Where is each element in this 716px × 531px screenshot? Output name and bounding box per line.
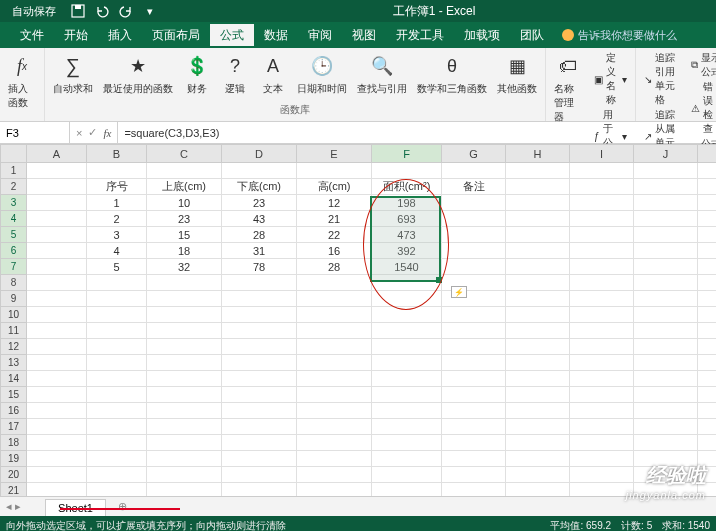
cell-K10[interactable] [698,307,717,323]
cell-A14[interactable] [27,371,87,387]
cell-K9[interactable] [698,291,717,307]
cell-C10[interactable] [147,307,222,323]
row-header-9[interactable]: 9 [1,291,27,307]
cell-G13[interactable] [442,355,506,371]
cell-E12[interactable] [297,339,372,355]
cell-A21[interactable] [27,483,87,497]
cell-B2[interactable]: 序号 [87,179,147,195]
cell-D5[interactable]: 28 [222,227,297,243]
cell-E16[interactable] [297,403,372,419]
trace-precedents-button[interactable]: ↘追踪引用单元格 [644,51,677,107]
col-header-K[interactable]: K [698,145,717,163]
cancel-icon[interactable]: × [76,127,82,139]
cell-F18[interactable] [372,435,442,451]
cell-J7[interactable] [634,259,698,275]
cell-F16[interactable] [372,403,442,419]
select-all[interactable] [1,145,27,163]
math-button[interactable]: θ数学和三角函数 [413,50,491,98]
cell-B5[interactable]: 3 [87,227,147,243]
cell-I14[interactable] [570,371,634,387]
row-header-3[interactable]: 3 [1,195,27,211]
ribbon-tab-4[interactable]: 公式 [210,24,254,46]
cell-G14[interactable] [442,371,506,387]
cell-K4[interactable] [698,211,717,227]
row-header-21[interactable]: 21 [1,483,27,497]
cell-D9[interactable] [222,291,297,307]
customize-qat-icon[interactable]: ▾ [142,3,158,19]
cell-E10[interactable] [297,307,372,323]
cell-G6[interactable] [442,243,506,259]
cell-I6[interactable] [570,243,634,259]
cell-F2[interactable]: 面积(cm²) [372,179,442,195]
cell-J1[interactable] [634,163,698,179]
cell-C21[interactable] [147,483,222,497]
cell-H4[interactable] [506,211,570,227]
cell-B20[interactable] [87,467,147,483]
cell-H5[interactable] [506,227,570,243]
cell-G1[interactable] [442,163,506,179]
cell-B4[interactable]: 2 [87,211,147,227]
cell-D12[interactable] [222,339,297,355]
cell-J19[interactable] [634,451,698,467]
col-header-B[interactable]: B [87,145,147,163]
cell-H17[interactable] [506,419,570,435]
row-header-13[interactable]: 13 [1,355,27,371]
cell-H6[interactable] [506,243,570,259]
cell-C14[interactable] [147,371,222,387]
cell-F19[interactable] [372,451,442,467]
cell-D11[interactable] [222,323,297,339]
cell-J14[interactable] [634,371,698,387]
cell-K6[interactable] [698,243,717,259]
cell-K18[interactable] [698,435,717,451]
cell-I1[interactable] [570,163,634,179]
cell-H8[interactable] [506,275,570,291]
cell-E18[interactable] [297,435,372,451]
cell-J17[interactable] [634,419,698,435]
formula-input[interactable]: =square(C3,D3,E3) [118,127,716,139]
cell-A10[interactable] [27,307,87,323]
cell-I2[interactable] [570,179,634,195]
cell-A5[interactable] [27,227,87,243]
ribbon-tab-5[interactable]: 数据 [254,24,298,46]
cell-K20[interactable] [698,467,717,483]
cell-B6[interactable]: 4 [87,243,147,259]
cell-I12[interactable] [570,339,634,355]
undo-icon[interactable] [94,3,110,19]
cell-C17[interactable] [147,419,222,435]
cell-H7[interactable] [506,259,570,275]
cell-H15[interactable] [506,387,570,403]
cell-D2[interactable]: 下底(cm) [222,179,297,195]
cell-F20[interactable] [372,467,442,483]
cell-E5[interactable]: 22 [297,227,372,243]
cell-D14[interactable] [222,371,297,387]
cell-K15[interactable] [698,387,717,403]
name-manager-button[interactable]: 🏷名称管理器 [550,50,586,126]
save-icon[interactable] [70,3,86,19]
cell-H14[interactable] [506,371,570,387]
cell-F5[interactable]: 473 [372,227,442,243]
cell-G19[interactable] [442,451,506,467]
row-header-5[interactable]: 5 [1,227,27,243]
cell-I16[interactable] [570,403,634,419]
cell-J3[interactable] [634,195,698,211]
cell-E1[interactable] [297,163,372,179]
cell-F15[interactable] [372,387,442,403]
cell-C8[interactable] [147,275,222,291]
col-header-F[interactable]: F [372,145,442,163]
autosum-button[interactable]: ∑自动求和 [49,50,97,98]
cell-B8[interactable] [87,275,147,291]
cell-C18[interactable] [147,435,222,451]
cell-D8[interactable] [222,275,297,291]
cell-J5[interactable] [634,227,698,243]
cell-J12[interactable] [634,339,698,355]
cell-A6[interactable] [27,243,87,259]
cell-I21[interactable] [570,483,634,497]
cell-B12[interactable] [87,339,147,355]
cell-I7[interactable] [570,259,634,275]
cell-D13[interactable] [222,355,297,371]
row-header-8[interactable]: 8 [1,275,27,291]
name-box[interactable]: F3 [0,122,70,143]
cell-G2[interactable]: 备注 [442,179,506,195]
cell-C9[interactable] [147,291,222,307]
cell-I15[interactable] [570,387,634,403]
